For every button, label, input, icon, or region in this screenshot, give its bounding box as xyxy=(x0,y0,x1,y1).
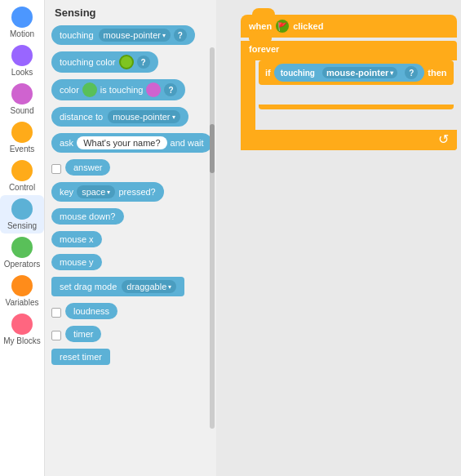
block-set-drag-mode[interactable]: set drag mode draggable ▾ xyxy=(51,277,210,300)
sidebar-item-events[interactable]: Events xyxy=(0,118,44,157)
reset-timer-block[interactable]: reset timer xyxy=(51,349,110,365)
sidebar-label-operators: Operators xyxy=(4,260,40,269)
block-mouse-down[interactable]: mouse down? xyxy=(51,208,210,228)
hat-notch xyxy=(252,8,275,16)
answer-checkbox[interactable] xyxy=(51,164,61,174)
mouse-x-block[interactable]: mouse x xyxy=(51,231,102,247)
color-dot-purple[interactable] xyxy=(146,82,161,97)
sound-icon xyxy=(11,83,33,105)
sidebar-label-sound: Sound xyxy=(11,106,34,115)
key-label: key xyxy=(60,187,73,197)
distance-dropdown-arrow: ▾ xyxy=(172,113,175,121)
block-nub-bottom-1 xyxy=(249,37,272,42)
touching-block[interactable]: touching mouse-pointer ▾ ? xyxy=(51,25,195,45)
dropdown-arrow-icon: ▾ xyxy=(162,32,166,39)
distance-dropdown[interactable]: mouse-pointer ▾ xyxy=(108,110,180,123)
block-touching[interactable]: touching mouse-pointer ▾ ? xyxy=(51,25,210,48)
block-color-touching[interactable]: color is touching ? xyxy=(51,79,210,104)
touching-label: touching xyxy=(60,30,94,40)
answer-label: answer xyxy=(73,162,102,172)
reset-timer-label: reset timer xyxy=(60,352,102,362)
sidebar-item-looks[interactable]: Looks xyxy=(0,42,44,80)
set-drag-mode-label: set drag mode xyxy=(60,282,117,291)
if-touching-label: touching xyxy=(281,69,315,78)
timer-label: timer xyxy=(73,329,93,339)
if-touching-pill[interactable]: touching mouse-pointer ▾ ? xyxy=(274,64,425,82)
block-touching-color[interactable]: touching color ? xyxy=(51,51,210,76)
distance-to-block[interactable]: distance to mouse-pointer ▾ xyxy=(51,107,188,127)
pressed-label: pressed? xyxy=(118,187,155,197)
canvas-script: when 🚩 clicked forever if xyxy=(241,15,457,150)
sidebar: Motion Looks Sound Events Control Sensin… xyxy=(0,0,45,476)
question-mark-3: ? xyxy=(164,83,177,96)
looks-icon xyxy=(11,45,33,66)
blocks-panel: Sensing touching mouse-pointer ▾ ? touch… xyxy=(45,0,216,476)
touching-color-block[interactable]: touching color ? xyxy=(51,51,158,73)
answer-block[interactable]: answer xyxy=(65,159,110,176)
loudness-block[interactable]: loudness xyxy=(65,303,117,319)
question-mark: ? xyxy=(174,29,187,42)
drag-mode-arrow: ▾ xyxy=(168,283,171,291)
if-question-mark: ? xyxy=(405,66,418,79)
forever-label: forever xyxy=(249,44,279,54)
color-touching-block[interactable]: color is touching ? xyxy=(51,79,185,100)
clicked-label: clicked xyxy=(293,21,323,31)
when-label: when xyxy=(249,21,272,31)
block-mouse-y[interactable]: mouse y xyxy=(51,254,210,274)
block-distance-to[interactable]: distance to mouse-pointer ▾ xyxy=(51,107,210,130)
color-label: color xyxy=(60,85,79,95)
timer-block[interactable]: timer xyxy=(65,326,101,342)
drag-mode-dropdown[interactable]: draggable ▾ xyxy=(122,280,176,293)
when-flag-clicked-block[interactable]: when 🚩 clicked xyxy=(241,15,457,42)
loudness-checkbox[interactable] xyxy=(51,308,61,318)
ask-block[interactable]: ask What's your name? and wait xyxy=(51,133,212,153)
control-icon xyxy=(11,160,33,181)
mouse-down-block[interactable]: mouse down? xyxy=(51,208,124,225)
stage-area: when 🚩 clicked forever if xyxy=(216,0,461,476)
flag-icon: 🚩 xyxy=(276,20,289,33)
sidebar-item-motion[interactable]: Motion xyxy=(0,3,44,42)
sidebar-label-variables: Variables xyxy=(6,298,39,307)
scrollbar-thumb[interactable] xyxy=(210,124,215,173)
sidebar-label-looks: Looks xyxy=(11,68,33,77)
sidebar-item-sensing[interactable]: Sensing xyxy=(0,195,44,234)
sensing-icon xyxy=(11,198,33,220)
if-mouse-pointer-dropdown[interactable]: mouse-pointer ▾ xyxy=(322,67,397,78)
and-wait-label: and wait xyxy=(171,138,204,148)
touching-color-label: touching color xyxy=(60,57,116,67)
touching-dropdown[interactable]: mouse-pointer ▾ xyxy=(99,29,171,42)
events-icon xyxy=(11,122,33,143)
block-mouse-x[interactable]: mouse x xyxy=(51,231,210,251)
sidebar-item-control[interactable]: Control xyxy=(0,157,44,195)
set-drag-mode-block[interactable]: set drag mode draggable ▾ xyxy=(51,277,184,296)
sidebar-label-myblocks: My Blocks xyxy=(3,336,41,345)
block-ask[interactable]: ask What's your name? and wait xyxy=(51,133,210,156)
key-dropdown-arrow: ▾ xyxy=(107,189,110,196)
block-loudness-row: loudness xyxy=(51,303,210,323)
if-mouse-pointer-label: mouse-pointer xyxy=(326,68,388,78)
key-pressed-block[interactable]: key space ▾ pressed? xyxy=(51,182,164,202)
block-key-pressed[interactable]: key space ▾ pressed? xyxy=(51,182,210,205)
timer-checkbox[interactable] xyxy=(51,331,61,340)
sidebar-item-myblocks[interactable]: My Blocks xyxy=(0,310,44,349)
forever-block[interactable]: forever if touching mouse-pointer ▾ xyxy=(241,41,457,150)
sidebar-item-operators[interactable]: Operators xyxy=(0,234,44,272)
sidebar-item-sound[interactable]: Sound xyxy=(0,80,44,118)
motion-icon xyxy=(11,7,33,28)
key-dropdown-label: space xyxy=(82,187,105,197)
color-dot-green[interactable] xyxy=(119,55,134,69)
loudness-label: loudness xyxy=(73,306,109,316)
mouse-y-block[interactable]: mouse y xyxy=(51,254,102,270)
ask-input[interactable]: What's your name? xyxy=(77,136,166,149)
touching-dropdown-label: mouse-pointer xyxy=(104,30,161,40)
if-block[interactable]: if touching mouse-pointer ▾ ? xyxy=(259,60,454,85)
color-dot-green2[interactable] xyxy=(82,82,97,97)
block-reset-timer[interactable]: reset timer xyxy=(51,349,210,368)
distance-to-label: distance to xyxy=(60,112,103,122)
mouse-x-label: mouse x xyxy=(60,234,94,244)
sidebar-item-variables[interactable]: Variables xyxy=(0,272,44,310)
if-dropdown-arrow: ▾ xyxy=(390,69,393,77)
if-inner xyxy=(270,85,457,105)
key-dropdown[interactable]: space ▾ xyxy=(77,185,115,198)
sidebar-label-events: Events xyxy=(10,145,35,153)
